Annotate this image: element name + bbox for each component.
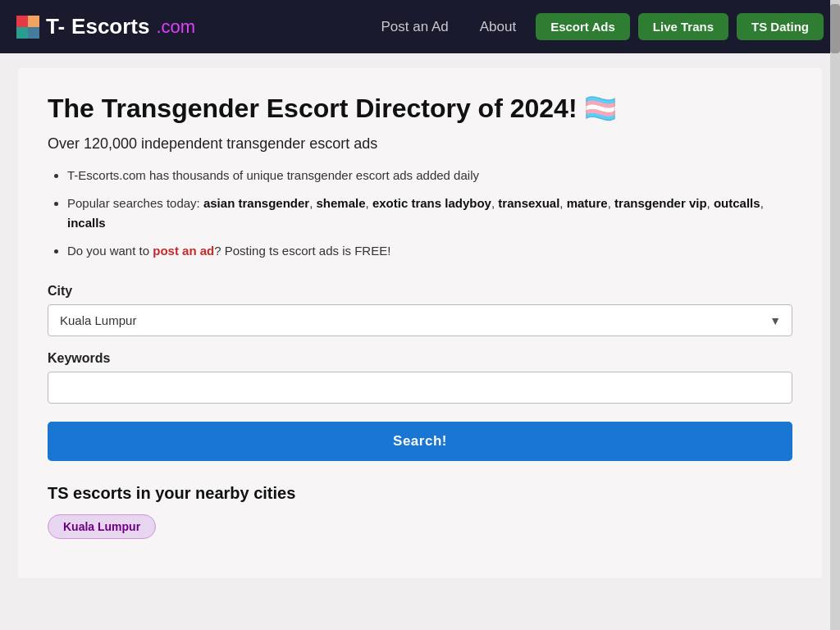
search-form: City Kuala Lumpur ▼ Keywords Search! [48,284,792,461]
logo-t: T- [46,14,65,39]
keywords-input[interactable] [48,372,792,404]
city-label: City [48,284,792,299]
bullet-item-2: Popular searches today: asian transgende… [67,194,792,233]
logo-link[interactable]: T-Escorts.com [16,14,369,39]
page-title: The Transgender Escort Directory of 2024… [48,93,792,124]
city-tag-kl[interactable]: Kuala Lumpur [48,514,156,539]
bullet-item-1: T-Escorts.com has thousands of unique tr… [67,166,792,185]
logo-escorts: Escorts [71,14,149,39]
escort-ads-button[interactable]: Escort Ads [536,13,630,40]
city-select-wrapper: Kuala Lumpur ▼ [48,304,792,336]
live-trans-button[interactable]: Live Trans [638,13,728,40]
city-select[interactable]: Kuala Lumpur [48,304,792,336]
logo-com: .com [157,16,196,38]
main-container: The Transgender Escort Directory of 2024… [18,68,822,578]
keywords-label: Keywords [48,351,792,366]
logo-flag-icon [16,16,39,39]
scrollbar[interactable] [830,0,840,630]
scrollbar-thumb[interactable] [830,4,840,53]
nearby-cities-list: Kuala Lumpur [48,514,792,546]
nearby-cities-title: TS escorts in your nearby cities [48,484,792,503]
subtitle: Over 120,000 independent transgender esc… [48,135,792,153]
search-button[interactable]: Search! [48,422,792,461]
nav-links: Post an Ad About Escort Ads Live Trans T… [369,13,824,40]
nav-about-link[interactable]: About [468,14,527,40]
nav-post-ad-link[interactable]: Post an Ad [369,14,459,40]
ts-dating-button[interactable]: TS Dating [737,13,824,40]
post-an-ad-link[interactable]: post an ad [153,244,214,258]
navbar: T-Escorts.com Post an Ad About Escort Ad… [0,0,840,53]
bullet-list: T-Escorts.com has thousands of unique tr… [48,166,792,261]
bullet-item-3: Do you want to post an ad? Posting ts es… [67,241,792,261]
